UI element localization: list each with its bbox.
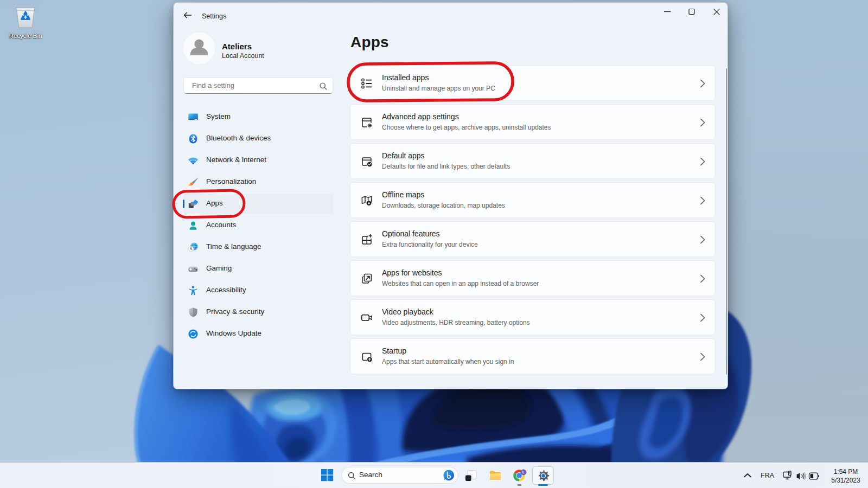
svg-text:L: L: [522, 470, 525, 474]
